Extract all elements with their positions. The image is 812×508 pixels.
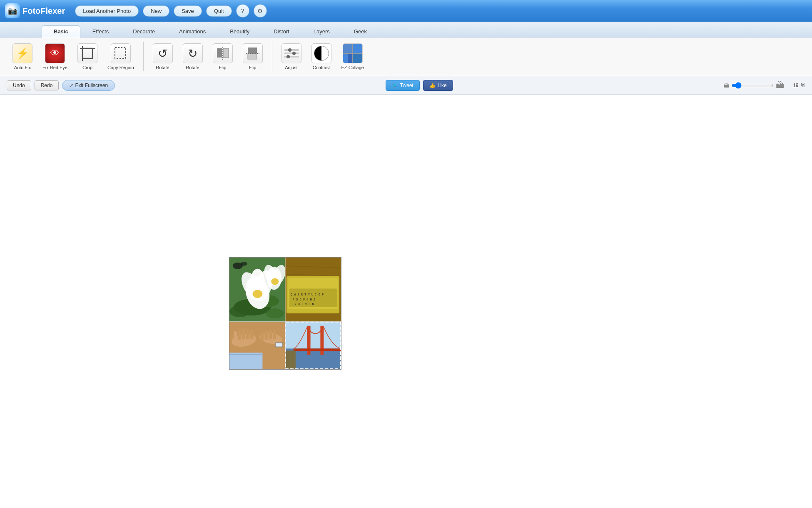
tab-beautify[interactable]: Beautify <box>218 25 262 37</box>
ez-collage-icon <box>343 43 363 63</box>
toolbar: ⚡ Auto Fix 👁 Fix Red Eye Crop Copy Regio… <box>0 38 812 76</box>
adjust-label: Adjust <box>285 65 298 70</box>
app-logo: 📷 FotoFlexer <box>5 3 65 18</box>
undo-button[interactable]: Undo <box>7 80 31 90</box>
tab-decorate[interactable]: Decorate <box>121 25 167 37</box>
flip-v-icon <box>243 43 263 63</box>
tabs-bar: Basic Effects Decorate Animations Beauti… <box>0 22 812 38</box>
logo-icon: 📷 <box>5 3 20 18</box>
tab-layers[interactable]: Layers <box>301 25 342 37</box>
crop-label: Crop <box>82 65 92 70</box>
save-button[interactable]: Save <box>174 5 202 17</box>
rotate-ccw-icon: ↺ <box>153 43 173 63</box>
svg-rect-38 <box>234 331 237 342</box>
tweet-label: Tweet <box>400 83 413 88</box>
fullscreen-icon: ⤢ <box>69 83 73 88</box>
help-icon: ? <box>241 8 244 14</box>
collage-image[interactable]: Q W E R T Y U I O P A S D F G H J Z X C … <box>229 257 341 370</box>
fix-red-eye-label: Fix Red Eye <box>42 65 67 70</box>
separator-2 <box>272 42 272 71</box>
zoom-controls: 🏔 🏔 19 % <box>723 80 805 90</box>
svg-rect-0 <box>82 48 92 58</box>
ez-collage-tool[interactable]: EZ Collage <box>337 41 368 73</box>
copy-region-icon <box>111 43 131 63</box>
tab-geek[interactable]: Geek <box>342 25 379 37</box>
svg-rect-46 <box>260 332 264 341</box>
svg-rect-48 <box>269 330 272 340</box>
tab-animations[interactable]: Animations <box>167 25 218 37</box>
zoom-unit: % <box>801 83 805 88</box>
copy-region-tool[interactable]: Copy Region <box>103 41 138 73</box>
zoom-in-mountain-icon: 🏔 <box>776 80 784 90</box>
settings-button[interactable]: ⚙ <box>254 4 267 18</box>
rotate-cw-label: Rotate <box>186 65 199 70</box>
svg-point-17 <box>253 290 263 298</box>
adjust-icon <box>281 43 301 63</box>
zoom-slider[interactable] <box>732 82 773 89</box>
svg-rect-57 <box>294 348 341 351</box>
svg-point-21 <box>271 278 279 285</box>
help-button[interactable]: ? <box>236 4 249 18</box>
crop-tool[interactable]: Crop <box>73 41 102 73</box>
svg-rect-4 <box>217 48 222 58</box>
svg-rect-3 <box>115 48 126 58</box>
topbar: 📷 FotoFlexer Load Another Photo New Save… <box>0 0 812 22</box>
twitter-icon: 🐦 <box>392 83 398 88</box>
like-icon: 👍 <box>429 83 436 88</box>
zoom-out-mountain-icon: 🏔 <box>723 82 729 89</box>
exit-fullscreen-label: Exit Fullscreen <box>75 83 108 88</box>
fix-red-eye-icon: 👁 <box>45 43 65 63</box>
flip-h-icon <box>213 43 233 63</box>
svg-point-22 <box>229 305 250 317</box>
flip-v-tool[interactable]: Flip <box>239 41 267 73</box>
tab-basic[interactable]: Basic <box>42 25 80 38</box>
new-button[interactable]: New <box>143 5 169 17</box>
rotate-cw-tool[interactable]: ↻ Rotate <box>179 41 207 73</box>
crop-icon <box>77 43 97 63</box>
zoom-value: 19 <box>787 83 798 88</box>
tab-distort[interactable]: Distort <box>262 25 301 37</box>
svg-rect-5 <box>223 48 229 58</box>
rotate-ccw-tool[interactable]: ↺ Rotate <box>149 41 177 73</box>
quit-button[interactable]: Quit <box>206 5 232 17</box>
fix-red-eye-tool[interactable]: 👁 Fix Red Eye <box>38 41 72 73</box>
svg-point-25 <box>241 262 247 266</box>
redo-button[interactable]: Redo <box>35 80 59 90</box>
svg-rect-40 <box>242 328 245 340</box>
gear-icon: ⚙ <box>257 8 263 14</box>
svg-rect-7 <box>248 48 257 53</box>
load-another-photo-button[interactable]: Load Another Photo <box>75 5 139 17</box>
svg-rect-47 <box>264 330 268 340</box>
svg-rect-8 <box>248 54 257 59</box>
ez-collage-label: EZ Collage <box>341 65 364 70</box>
flip-h-tool[interactable]: Flip <box>209 41 237 73</box>
svg-point-23 <box>266 308 284 318</box>
canvas-area: Q W E R T Y U I O P A S D F G H J Z X C … <box>0 95 812 508</box>
tab-effects[interactable]: Effects <box>80 25 121 37</box>
exit-fullscreen-button[interactable]: ⤢ Exit Fullscreen <box>62 80 115 91</box>
auto-fix-tool[interactable]: ⚡ Auto Fix <box>8 41 37 73</box>
svg-rect-42 <box>250 330 254 340</box>
rotate-cw-icon: ↻ <box>183 43 203 63</box>
contrast-icon <box>311 43 331 63</box>
svg-rect-49 <box>273 330 276 340</box>
auto-fix-icon: ⚡ <box>12 43 32 63</box>
flip-v-label: Flip <box>249 65 257 70</box>
tweet-button[interactable]: 🐦 Tweet <box>386 80 420 91</box>
like-label: Like <box>438 83 447 88</box>
svg-rect-58 <box>285 350 296 369</box>
collage-svg: Q W E R T Y U I O P A S D F G H J Z X C … <box>229 257 341 370</box>
logo-text: FotoFlexer <box>22 6 65 16</box>
contrast-tool[interactable]: Contrast <box>307 41 336 73</box>
svg-text:A S D F G H J: A S D F G H J <box>293 298 315 301</box>
adjust-tool[interactable]: Adjust <box>277 41 306 73</box>
svg-rect-41 <box>246 329 249 340</box>
auto-fix-label: Auto Fix <box>14 65 31 70</box>
svg-rect-51 <box>276 343 282 346</box>
contrast-label: Contrast <box>313 65 330 70</box>
rotate-ccw-label: Rotate <box>156 65 169 70</box>
svg-rect-39 <box>238 329 241 340</box>
svg-text:Z X C V B N: Z X C V B N <box>295 303 314 306</box>
copy-region-label: Copy Region <box>107 65 134 70</box>
like-button[interactable]: 👍 Like <box>423 80 453 91</box>
